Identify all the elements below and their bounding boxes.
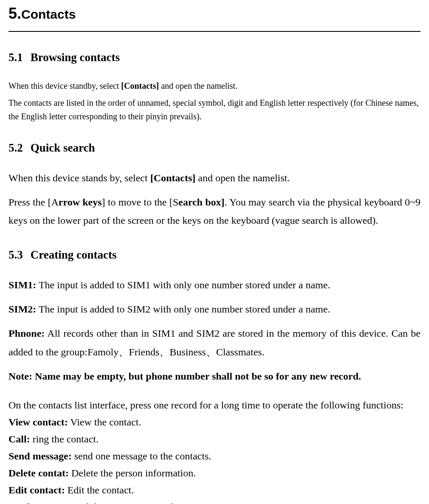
sim1-line: SIM1: The input is added to SIM1 with on… [8,276,421,294]
sim2-line: SIM2: The input is added to SIM2 with on… [8,300,421,318]
call-line: Call: ring the contact. [8,431,421,447]
section-51-title: 5.1Browsing contacts [8,49,421,66]
section-52-paragraph-1: When this device stands by, select [Cont… [8,169,421,187]
chapter-title: 5.Contacts [8,2,421,32]
section-52-title-text: Quick search [31,141,95,154]
note-line: Note: Name may be empty, but phone numbe… [8,367,421,386]
send-contact-line: Send contact: send the contact in vCard. [8,499,421,504]
section-53-number: 5.3 [8,248,23,261]
view-contact-line: View contact: View the contact. [8,414,421,430]
send-message-line: Send message: send one message to the co… [8,448,421,464]
section-52-number: 5.2 [8,141,23,154]
chapter-title-text: Contacts [21,7,76,21]
section-52-title: 5.2Quick search [8,139,421,157]
section-52-paragraph-2: Press the [Arrow keys] to move to the [S… [8,193,421,230]
section-51-number: 5.1 [8,51,23,64]
section-53-title-text: Creating contacts [31,248,117,261]
phone-line: Phnone: All records other than in SIM1 a… [8,324,421,361]
delete-contact-line: Delete contat: Delete the person informa… [8,465,421,481]
chapter-number: 5. [8,5,21,22]
section-51-title-text: Browsing contacts [31,51,120,64]
section-51-paragraph-1: When this device standby, select [Contac… [8,79,421,93]
functions-intro: On the contacts list interface, press on… [8,397,421,413]
section-51-paragraph-2: The contacts are listed in the order of … [8,96,421,123]
edit-contact-line: Edit contact: Edit the contact. [8,482,421,498]
section-53-title: 5.3Creating contacts [8,246,421,264]
